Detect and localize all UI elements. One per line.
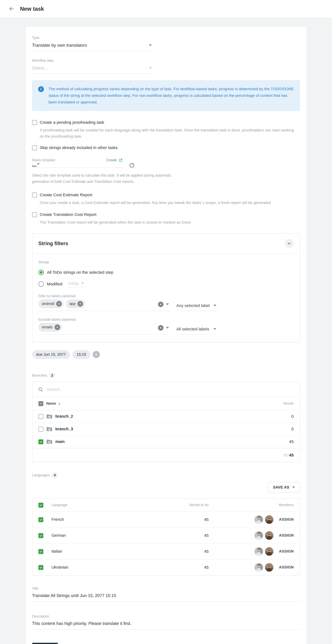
exclude-labels-mode-select[interactable]: All selected labels [176, 325, 217, 334]
languages-section-label: Languages 4 [32, 472, 300, 478]
due-date-chip[interactable]: due Jun 15, 2077 [32, 350, 70, 359]
assign-button[interactable]: ASSIGN [279, 533, 294, 538]
radio-modified[interactable]: Modified Today [38, 280, 294, 288]
rates-template-value: Main [32, 165, 37, 167]
exclude-labels-label: Exclude labels (optional) [38, 318, 294, 322]
title-field[interactable]: Title Translate All Strings until Jun 15… [32, 586, 300, 602]
chevron-down-icon [149, 44, 152, 46]
branch-row-branch_2[interactable]: branch_2 0 [32, 410, 300, 423]
checkbox-unchecked-icon[interactable] [32, 212, 37, 217]
due-time-chip[interactable]: 15:15 [72, 350, 90, 359]
select-all-indeterminate-checkbox[interactable] [38, 401, 43, 406]
languages-table: Language Words to do Members French 45 A… [32, 498, 300, 576]
cost-estimate-description: Once you create a task, a Cost Estimate … [40, 200, 298, 206]
clear-labels-icon[interactable] [158, 325, 164, 330]
language-checkbox[interactable] [38, 533, 43, 538]
translation-cost-description: The Translation Cost report will be gene… [40, 219, 298, 226]
member-avatar[interactable] [255, 515, 263, 524]
member-avatar[interactable] [265, 531, 273, 540]
member-avatar[interactable] [265, 547, 273, 556]
label-chip-app: app [66, 300, 85, 308]
chevron-down-icon [149, 67, 152, 69]
description-field[interactable]: Description This content has high priori… [32, 614, 300, 630]
save-as-button[interactable]: SAVE AS [268, 482, 300, 493]
label-chip-emails: emails [38, 323, 62, 332]
branch-folder-icon [46, 414, 52, 419]
branches-section-label: Branches 2 [32, 372, 300, 378]
proofreading-group: Create a pending proofreading task A pro… [32, 120, 300, 140]
type-select[interactable]: Type Translate by own translators [32, 36, 153, 51]
chevron-down-icon [213, 328, 216, 330]
assign-button[interactable]: ASSIGN [279, 549, 294, 554]
chevron-down-icon [166, 304, 169, 305]
language-row-ukrainian: Ukrainian 45 ASSIGN [32, 560, 300, 575]
create-rates-template-link[interactable]: Create [106, 158, 123, 162]
string-filters-panel: String filters Strings All ToDo strings … [32, 233, 300, 342]
branch-row-main[interactable]: main 45 [32, 436, 300, 448]
remove-chip-icon[interactable] [55, 324, 60, 330]
proofreading-checkbox[interactable]: Create a pending proofreading task [32, 120, 300, 125]
member-avatar[interactable] [255, 531, 263, 540]
back-button[interactable] [8, 5, 15, 13]
workflow-step-placeholder: Select... [32, 66, 48, 70]
create-button[interactable]: CREATE [32, 643, 58, 644]
language-checkbox[interactable] [38, 549, 43, 554]
filter-labels-label: Filter by labels (optional) [38, 294, 294, 298]
member-avatar[interactable] [255, 547, 263, 556]
checkbox-unchecked-icon[interactable] [32, 120, 37, 125]
radio-unselected-icon[interactable] [38, 281, 44, 287]
name-column-header[interactable]: Name [46, 401, 61, 406]
workflow-step-select[interactable]: Workflow step Select... [32, 58, 153, 74]
select-all-languages-checkbox[interactable] [38, 503, 43, 508]
branch-row-branch_3[interactable]: branch_3 0 [32, 423, 300, 436]
rates-template-select[interactable]: Main [32, 163, 123, 168]
radio-all-todo-strings[interactable]: All ToDo strings on the selected step [38, 270, 294, 275]
language-row-german: German 45 ASSIGN [32, 528, 300, 544]
rates-template-helper: Select the rate template used to calcula… [32, 172, 175, 184]
assign-button[interactable]: ASSIGN [279, 565, 294, 570]
external-link-icon [119, 158, 123, 162]
translation-cost-checkbox[interactable]: Create Translation Cost Report [32, 212, 300, 217]
branches-search-input[interactable] [47, 387, 294, 392]
branch-checkbox[interactable] [38, 414, 43, 419]
member-avatar[interactable] [255, 563, 263, 572]
rates-template-group: Rates template: Create Main Select the r… [32, 158, 300, 184]
collapse-panel-button[interactable] [285, 239, 294, 248]
language-checkbox[interactable] [38, 565, 43, 570]
assign-button[interactable]: ASSIGN [279, 517, 294, 522]
cancel-button[interactable]: CANCEL [62, 643, 84, 644]
exclude-labels-field[interactable]: emails [38, 322, 170, 334]
refresh-button[interactable] [129, 162, 135, 168]
checkbox-unchecked-icon[interactable] [32, 145, 37, 150]
language-row-italian: Italian 45 ASSIGN [32, 544, 300, 560]
remove-chip-icon[interactable] [56, 301, 62, 306]
member-avatar[interactable] [265, 515, 273, 524]
checkbox-unchecked-icon[interactable] [32, 192, 37, 198]
branch-checkbox-checked[interactable] [38, 439, 43, 444]
language-checkbox[interactable] [38, 517, 43, 522]
selected-words-total: 45 [283, 453, 288, 458]
skip-strings-checkbox[interactable]: Skip strings already included in other t… [32, 145, 300, 150]
chevron-down-icon [292, 486, 295, 488]
type-value: Translate by own translators [32, 43, 87, 48]
branches-search[interactable] [32, 382, 300, 397]
member-avatar[interactable] [265, 563, 273, 572]
cost-estimate-checkbox[interactable]: Create Cost Estimate Report [32, 192, 300, 198]
refresh-icon [129, 162, 135, 168]
clear-labels-icon[interactable] [158, 302, 164, 307]
languages-count-badge: 4 [52, 472, 58, 478]
branches-count-badge: 2 [49, 372, 55, 378]
progress-info-note: i The method of calculating progress var… [32, 80, 300, 111]
remove-due-date-icon[interactable] [93, 351, 100, 358]
radio-selected-icon[interactable] [38, 270, 44, 275]
filter-labels-mode-select[interactable]: Any selected label [176, 301, 217, 311]
description-value: This content has high priority. Please t… [32, 621, 132, 626]
title-value: Translate All Strings until Jun 15, 2077… [32, 593, 116, 598]
sort-descending-icon [58, 402, 61, 405]
app-header: New task [0, 0, 332, 18]
branch-checkbox[interactable] [38, 427, 43, 432]
filter-labels-field[interactable]: android app [38, 298, 170, 311]
strings-label: Strings [38, 260, 294, 264]
remove-chip-icon[interactable] [77, 301, 83, 306]
modified-period-select[interactable]: Today [67, 280, 85, 288]
